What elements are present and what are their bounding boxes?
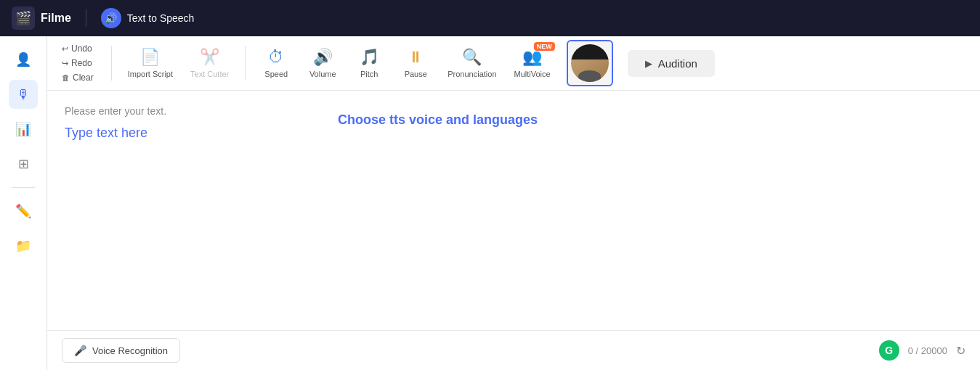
speed-button[interactable]: ⏱ Speed: [254, 44, 298, 83]
volume-label: Volume: [309, 70, 336, 78]
sidebar-item-user[interactable]: 👤: [9, 45, 38, 74]
speed-label: Speed: [264, 70, 288, 78]
pitch-icon: 🎵: [360, 48, 379, 67]
voice-recognition-button[interactable]: 🎤 Voice Recognition: [62, 338, 180, 363]
undo-icon: ↩: [62, 44, 68, 54]
import-script-button[interactable]: 📄 Import Script: [121, 44, 180, 83]
sidebar-item-table[interactable]: ⊞: [9, 149, 38, 178]
multivoice-label: MultiVoice: [514, 70, 551, 78]
audition-label: Audition: [658, 57, 697, 70]
text-cutter-label: Text Cutter: [190, 70, 229, 78]
redo-icon: ↪: [62, 59, 68, 68]
type-hint[interactable]: Type text here: [65, 126, 963, 141]
import-script-label: Import Script: [128, 70, 173, 78]
clear-button[interactable]: 🗑 Clear: [59, 71, 97, 84]
bottom-bar: 🎤 Voice Recognition G 0 / 20000 ↻: [47, 330, 980, 370]
content-area: ↩ Undo ↪ Redo 🗑 Clear 📄 Import Script: [47, 36, 980, 370]
sidebar-item-folder[interactable]: 📁: [9, 231, 38, 260]
grammarly-icon[interactable]: G: [879, 340, 899, 361]
sidebar-divider: [12, 187, 35, 188]
microphone-icon: 🎤: [74, 345, 86, 356]
avatar-body: [578, 70, 601, 82]
text-cutter-icon: ✂️: [200, 48, 219, 67]
sidebar-item-pen[interactable]: ✏️: [9, 197, 38, 226]
clear-label: Clear: [73, 73, 94, 83]
pitch-button[interactable]: 🎵 Pitch: [347, 44, 391, 83]
toolbar-divider-1: [111, 46, 112, 81]
sidebar-item-chart[interactable]: 📊: [9, 115, 38, 144]
new-badge: NEW: [534, 42, 555, 51]
undo-redo-section: ↩ Undo ↪ Redo 🗑 Clear: [59, 42, 97, 84]
pitch-label: Pitch: [360, 70, 378, 78]
bottom-right: G 0 / 20000 ↻: [879, 340, 965, 361]
pronunciation-button[interactable]: 🔍 Pronunciation: [440, 44, 503, 83]
multivoice-button[interactable]: NEW 👥 MultiVoice: [507, 44, 558, 83]
topbar-divider: [86, 9, 86, 27]
avatar-hair: [571, 44, 609, 59]
sidebar-item-tts[interactable]: 🎙: [9, 80, 38, 109]
toolbar-divider-2: [245, 46, 246, 81]
char-count: 0 / 20000: [908, 345, 947, 356]
app-logo[interactable]: 🎬 Filme: [12, 7, 71, 30]
voice-recognition-label: Voice Recognition: [92, 345, 168, 356]
clear-icon: 🗑: [62, 73, 70, 82]
audition-button[interactable]: ▶ Audition: [628, 50, 715, 77]
refresh-icon[interactable]: ↻: [956, 344, 965, 358]
pause-icon: ⏸: [408, 48, 424, 67]
left-sidebar: 👤 🎙 📊 ⊞ ✏️ 📁: [0, 36, 47, 370]
text-section[interactable]: Please enter your text. Type text here C…: [47, 91, 980, 330]
pause-label: Pause: [405, 70, 427, 78]
tts-module-icon: 🔊: [101, 8, 121, 28]
avatar-face: [571, 44, 609, 82]
filme-logo-icon: 🎬: [12, 7, 35, 30]
app-name: Filme: [41, 12, 71, 25]
redo-button[interactable]: ↪ Redo: [59, 57, 97, 70]
text-cutter-button[interactable]: ✂️ Text Cutter: [183, 44, 236, 83]
text-placeholder: Please enter your text.: [65, 105, 963, 117]
main-layout: 👤 🎙 📊 ⊞ ✏️ 📁 ↩ Undo ↪ Redo 🗑: [0, 36, 980, 370]
tts-title: Text to Speech: [127, 12, 195, 24]
undo-label: Undo: [71, 44, 92, 54]
top-bar: 🎬 Filme 🔊 Text to Speech: [0, 0, 980, 36]
volume-button[interactable]: 🔊 Volume: [301, 44, 344, 83]
voice-avatar-button[interactable]: [567, 40, 613, 86]
redo-label: Redo: [71, 58, 92, 68]
volume-icon: 🔊: [313, 48, 333, 67]
toolbar: ↩ Undo ↪ Redo 🗑 Clear 📄 Import Script: [47, 36, 980, 91]
pause-button[interactable]: ⏸ Pause: [394, 44, 437, 83]
undo-button[interactable]: ↩ Undo: [59, 42, 97, 55]
pronunciation-icon: 🔍: [462, 48, 482, 67]
play-icon: ▶: [645, 58, 652, 69]
speed-icon: ⏱: [268, 48, 284, 67]
tts-section: 🔊 Text to Speech: [101, 8, 195, 28]
pronunciation-label: Pronunciation: [448, 70, 496, 78]
import-script-icon: 📄: [140, 48, 160, 67]
